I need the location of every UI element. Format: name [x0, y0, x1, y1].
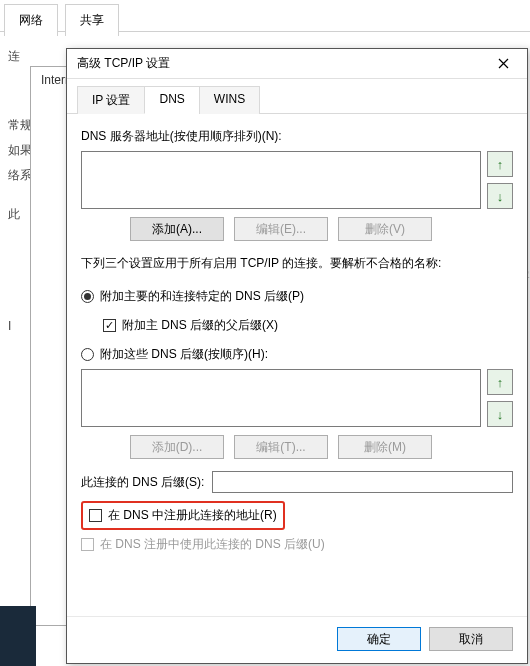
checkbox-use-suffix-register-label: 在 DNS 注册中使用此连接的 DNS 后缀(U): [100, 536, 325, 553]
cancel-button[interactable]: 取消: [429, 627, 513, 651]
close-icon: [498, 58, 509, 69]
dns-servers-delete-button[interactable]: 删除(V): [338, 217, 432, 241]
radio-append-these[interactable]: [81, 348, 94, 361]
background-dark-panel: [0, 606, 36, 666]
checkbox-register-dns-label: 在 DNS 中注册此连接的地址(R): [108, 507, 277, 524]
radio-dot-icon: [84, 293, 91, 300]
bg-tab-network: 网络: [4, 4, 58, 36]
checkbox-parent-suffix-label: 附加主 DNS 后缀的父后缀(X): [122, 317, 278, 334]
dns-suffix-add-button[interactable]: 添加(D)...: [130, 435, 224, 459]
checkbox-register-dns[interactable]: [89, 509, 102, 522]
dialog-tabs: IP 设置 DNS WINS: [67, 79, 527, 114]
dns-suffix-listbox[interactable]: [81, 369, 481, 427]
dns-suffix-edit-button[interactable]: 编辑(T)...: [234, 435, 328, 459]
connection-suffix-input[interactable]: [212, 471, 513, 493]
arrow-up-icon: ↑: [497, 375, 504, 390]
dns-servers-listbox[interactable]: [81, 151, 481, 209]
dns-servers-label: DNS 服务器地址(按使用顺序排列)(N):: [81, 128, 513, 145]
dns-servers-move-down-button[interactable]: ↓: [487, 183, 513, 209]
dns-suffix-move-down-button[interactable]: ↓: [487, 401, 513, 427]
arrow-up-icon: ↑: [497, 157, 504, 172]
dns-suffix-move-up-button[interactable]: ↑: [487, 369, 513, 395]
arrow-down-icon: ↓: [497, 189, 504, 204]
dns-note: 下列三个设置应用于所有启用 TCP/IP 的连接。要解析不合格的名称:: [81, 255, 513, 272]
tab-dns[interactable]: DNS: [144, 86, 199, 114]
dns-servers-add-button[interactable]: 添加(A)...: [130, 217, 224, 241]
arrow-down-icon: ↓: [497, 407, 504, 422]
ok-button[interactable]: 确定: [337, 627, 421, 651]
checkbox-parent-suffix[interactable]: ✓: [103, 319, 116, 332]
dns-suffix-delete-button[interactable]: 删除(M): [338, 435, 432, 459]
background-tabstrip: 网络 共享: [0, 0, 530, 32]
dialog-footer: 确定 取消: [67, 616, 527, 663]
dns-servers-move-up-button[interactable]: ↑: [487, 151, 513, 177]
register-highlight: 在 DNS 中注册此连接的地址(R): [81, 501, 285, 530]
bg-tab-share: 共享: [65, 4, 119, 36]
tab-wins[interactable]: WINS: [199, 86, 260, 114]
dialog-title: 高级 TCP/IP 设置: [77, 55, 483, 72]
dns-servers-edit-button[interactable]: 编辑(E)...: [234, 217, 328, 241]
radio-append-primary-label: 附加主要的和连接特定的 DNS 后缀(P): [100, 288, 304, 305]
connection-suffix-label: 此连接的 DNS 后缀(S):: [81, 474, 204, 491]
radio-append-these-label: 附加这些 DNS 后缀(按顺序)(H):: [100, 346, 268, 363]
dns-tab-content: DNS 服务器地址(按使用顺序排列)(N): ↑ ↓ 添加(A)... 编辑(E…: [67, 114, 527, 616]
checkbox-use-suffix-register: [81, 538, 94, 551]
radio-append-primary[interactable]: [81, 290, 94, 303]
titlebar: 高级 TCP/IP 设置: [67, 49, 527, 79]
close-button[interactable]: [483, 50, 523, 78]
tab-ip-settings[interactable]: IP 设置: [77, 86, 145, 114]
advanced-tcpip-dialog: 高级 TCP/IP 设置 IP 设置 DNS WINS DNS 服务器地址(按使…: [66, 48, 528, 664]
